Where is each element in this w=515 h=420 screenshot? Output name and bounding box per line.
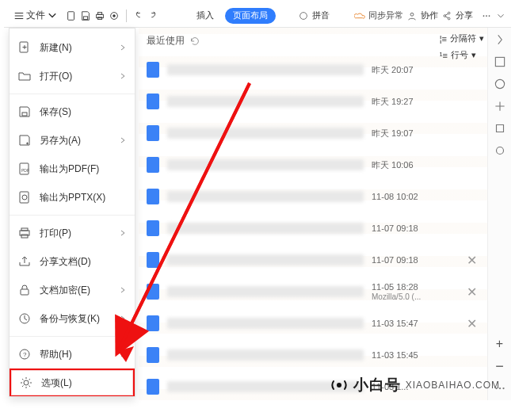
file-time: 昨天 19:07 <box>372 128 459 139</box>
sync-status[interactable]: 同步异常 <box>368 10 403 21</box>
ime-label[interactable]: 拼音 <box>312 10 330 21</box>
file-name-blurred <box>167 318 364 329</box>
svg-point-26 <box>22 195 27 200</box>
save-as-icon <box>17 133 32 147</box>
sidebar-tool-3[interactable] <box>493 99 507 113</box>
tab-layout[interactable]: 页面布局 <box>225 8 276 24</box>
menu-share-doc[interactable]: 分享文档(D) <box>10 247 135 276</box>
file-time: 11-05 18:28Mozilla/5.0 (... <box>372 282 459 301</box>
menu-save[interactable]: 保存(S) <box>10 97 135 126</box>
svg-rect-15 <box>495 57 504 66</box>
zoom-in-icon[interactable]: + <box>493 337 507 351</box>
file-time: 11-03 15:47 <box>372 319 459 328</box>
svg-point-8 <box>410 13 414 16</box>
svg-point-34 <box>24 380 29 385</box>
save-icon <box>17 105 32 119</box>
collapse-right-icon[interactable] <box>493 32 507 47</box>
file-row[interactable]: 11-08 10:02 <box>140 181 484 212</box>
close-icon[interactable]: ✕ <box>467 253 478 268</box>
file-row[interactable]: 昨天 19:27 <box>140 86 484 117</box>
save-icon[interactable] <box>80 10 91 21</box>
document-icon <box>147 189 159 204</box>
menu-help-label: 帮助(H) <box>40 348 111 361</box>
document-icon <box>147 379 159 395</box>
chevron-right-icon <box>119 136 127 144</box>
more-icon[interactable] <box>481 10 492 21</box>
menu-export-pptx-label: 输出为PPTX(X) <box>40 191 127 204</box>
menu-new[interactable]: 新建(N) <box>10 33 135 62</box>
menu-open[interactable]: 打开(O) <box>10 62 135 90</box>
svg-point-6 <box>113 14 116 17</box>
file-name-blurred <box>167 96 364 107</box>
sidebar-tool-1[interactable] <box>493 55 507 69</box>
print-icon[interactable] <box>94 10 105 21</box>
cloud-icon <box>354 10 365 21</box>
file-row[interactable]: 11-07 09:18 <box>140 212 484 244</box>
file-row[interactable]: 11-03 15:45 <box>140 339 484 371</box>
recent-label: 最近使用 <box>147 34 185 48</box>
coop-label[interactable]: 协作 <box>421 10 438 21</box>
svg-point-13 <box>486 15 487 17</box>
sidebar-tool-5[interactable] <box>493 143 507 158</box>
redo-icon[interactable] <box>147 10 158 21</box>
file-name-blurred <box>167 64 364 75</box>
sidebar-tool-4[interactable] <box>493 121 507 136</box>
watermark: 小白号 XIAOBAIHAO.COM <box>330 375 500 395</box>
menu-backup[interactable]: 备份与恢复(K) <box>10 304 135 333</box>
print-icon <box>17 226 32 240</box>
document-icon <box>147 252 159 268</box>
file-menu-label: 文件 <box>26 9 45 22</box>
expand-icon[interactable] <box>495 10 506 21</box>
menu-save-as[interactable]: 另存为(A) <box>10 126 135 155</box>
file-row[interactable]: 昨天 10:06 <box>140 149 484 181</box>
hamburger-icon <box>13 10 25 21</box>
file-row[interactable]: 昨天 19:07 <box>140 117 484 149</box>
zoom-out-icon[interactable]: − <box>493 359 507 373</box>
document-icon <box>147 125 159 141</box>
chevron-right-icon <box>119 229 127 237</box>
refresh-icon[interactable] <box>189 36 200 47</box>
menu-export-pdf[interactable]: PDF 输出为PDF(F) <box>10 155 135 183</box>
svg-point-12 <box>483 15 485 17</box>
pdf-icon: PDF <box>17 162 32 176</box>
menu-save-label: 保存(S) <box>40 105 127 119</box>
file-time: 11-08 10:02 <box>372 192 459 201</box>
hamburger-button[interactable]: 文件 <box>9 7 63 25</box>
preview-icon[interactable] <box>109 10 120 21</box>
recent-files-panel: 最近使用 昨天 20:07昨天 19:27昨天 19:07昨天 10:0611-… <box>140 31 484 397</box>
file-row[interactable]: 昨天 20:07 <box>140 54 484 86</box>
file-time: 11-07 09:18 <box>372 255 459 265</box>
pptx-icon <box>17 190 32 204</box>
svg-rect-3 <box>97 12 101 14</box>
document-icon <box>147 284 159 300</box>
gear-icon <box>19 376 33 390</box>
file-row[interactable]: 11-05 18:28Mozilla/5.0 (...✕ <box>140 276 484 307</box>
file-time: 11-03 15:45 <box>372 350 459 360</box>
tab-insert[interactable]: 插入 <box>189 8 222 24</box>
close-icon[interactable]: ✕ <box>467 284 478 300</box>
menu-options[interactable]: 选项(L) <box>10 368 135 397</box>
menu-print[interactable]: 打印(P) <box>10 219 135 247</box>
share-icon <box>441 10 452 21</box>
sidebar-tool-2[interactable] <box>493 77 507 91</box>
undo-icon[interactable] <box>133 10 144 21</box>
chevron-right-icon <box>119 44 127 52</box>
close-icon[interactable]: ✕ <box>467 316 478 331</box>
file-time: 昨天 20:07 <box>372 64 459 76</box>
file-name-blurred <box>167 254 364 265</box>
menu-help[interactable]: ? 帮助(H) <box>10 340 135 368</box>
backup-icon <box>17 311 32 326</box>
file-row[interactable]: 11-07 09:18✕ <box>140 244 484 276</box>
menu-encrypt[interactable]: 文档加密(E) <box>10 276 135 304</box>
document-icon <box>147 157 159 173</box>
right-sidebar: + − <box>487 28 511 400</box>
menu-export-pptx[interactable]: 输出为PPTX(X) <box>10 183 135 212</box>
svg-rect-28 <box>21 228 28 231</box>
share-label[interactable]: 分享 <box>456 10 473 21</box>
chevron-right-icon <box>119 286 127 294</box>
watermark-text: 小白号 <box>353 375 401 395</box>
new-doc-icon[interactable] <box>66 10 77 21</box>
svg-point-17 <box>496 147 503 155</box>
file-row[interactable]: 11-03 15:47✕ <box>140 307 484 339</box>
new-icon <box>17 40 32 55</box>
